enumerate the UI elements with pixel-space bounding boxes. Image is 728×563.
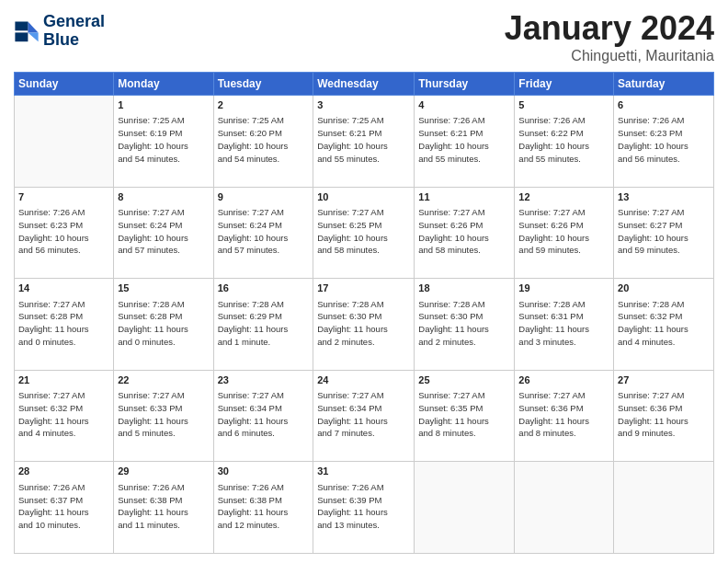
day-info: Sunrise: 7:25 AM Sunset: 6:20 PM Dayligh… xyxy=(218,114,310,165)
day-number: 25 xyxy=(418,373,510,387)
week-row-5: 28Sunrise: 7:26 AM Sunset: 6:37 PM Dayli… xyxy=(15,462,714,554)
day-number: 27 xyxy=(618,373,710,387)
day-info: Sunrise: 7:27 AM Sunset: 6:36 PM Dayligh… xyxy=(618,389,710,440)
day-number: 30 xyxy=(218,465,310,478)
day-number: 10 xyxy=(317,190,410,204)
svg-rect-4 xyxy=(15,32,28,41)
day-info: Sunrise: 7:27 AM Sunset: 6:32 PM Dayligh… xyxy=(18,389,109,440)
week-row-4: 21Sunrise: 7:27 AM Sunset: 6:32 PM Dayli… xyxy=(15,370,714,462)
day-info: Sunrise: 7:27 AM Sunset: 6:33 PM Dayligh… xyxy=(118,389,209,440)
week-row-1: 1Sunrise: 7:25 AM Sunset: 6:19 PM Daylig… xyxy=(15,96,714,188)
day-number: 1 xyxy=(118,98,209,112)
day-number: 16 xyxy=(218,282,310,295)
calendar-cell: 18Sunrise: 7:28 AM Sunset: 6:30 PM Dayli… xyxy=(415,279,515,371)
calendar-cell: 1Sunrise: 7:25 AM Sunset: 6:19 PM Daylig… xyxy=(114,96,213,188)
day-number: 29 xyxy=(118,465,209,478)
weekday-header-tuesday: Tuesday xyxy=(213,73,313,96)
calendar-cell: 27Sunrise: 7:27 AM Sunset: 6:36 PM Dayli… xyxy=(614,370,714,462)
day-number: 6 xyxy=(618,98,710,112)
day-info: Sunrise: 7:28 AM Sunset: 6:30 PM Dayligh… xyxy=(317,298,410,349)
day-number: 5 xyxy=(518,98,609,112)
calendar-cell: 15Sunrise: 7:28 AM Sunset: 6:28 PM Dayli… xyxy=(114,279,213,371)
day-info: Sunrise: 7:26 AM Sunset: 6:22 PM Dayligh… xyxy=(518,114,609,165)
calendar-table: SundayMondayTuesdayWednesdayThursdayFrid… xyxy=(14,72,714,554)
week-row-3: 14Sunrise: 7:27 AM Sunset: 6:28 PM Dayli… xyxy=(15,279,714,371)
day-info: Sunrise: 7:27 AM Sunset: 6:35 PM Dayligh… xyxy=(418,389,510,440)
day-info: Sunrise: 7:27 AM Sunset: 6:26 PM Dayligh… xyxy=(418,206,510,257)
calendar-cell: 23Sunrise: 7:27 AM Sunset: 6:34 PM Dayli… xyxy=(213,370,313,462)
day-info: Sunrise: 7:27 AM Sunset: 6:34 PM Dayligh… xyxy=(218,389,310,440)
day-number: 2 xyxy=(218,98,310,112)
calendar-cell: 31Sunrise: 7:26 AM Sunset: 6:39 PM Dayli… xyxy=(313,462,415,554)
weekday-header-wednesday: Wednesday xyxy=(313,73,415,96)
day-info: Sunrise: 7:26 AM Sunset: 6:38 PM Dayligh… xyxy=(118,481,209,532)
day-info: Sunrise: 7:27 AM Sunset: 6:34 PM Dayligh… xyxy=(317,389,410,440)
day-info: Sunrise: 7:27 AM Sunset: 6:24 PM Dayligh… xyxy=(118,206,209,257)
weekday-header-thursday: Thursday xyxy=(415,73,515,96)
day-info: Sunrise: 7:26 AM Sunset: 6:23 PM Dayligh… xyxy=(618,114,710,165)
calendar-cell: 19Sunrise: 7:28 AM Sunset: 6:31 PM Dayli… xyxy=(515,279,614,371)
day-info: Sunrise: 7:28 AM Sunset: 6:29 PM Dayligh… xyxy=(218,298,310,349)
calendar-cell: 29Sunrise: 7:26 AM Sunset: 6:38 PM Dayli… xyxy=(114,462,213,554)
calendar-cell: 30Sunrise: 7:26 AM Sunset: 6:38 PM Dayli… xyxy=(213,462,313,554)
day-info: Sunrise: 7:25 AM Sunset: 6:19 PM Dayligh… xyxy=(118,114,209,165)
calendar-cell: 21Sunrise: 7:27 AM Sunset: 6:32 PM Dayli… xyxy=(15,370,114,462)
day-number: 3 xyxy=(317,98,410,112)
day-number: 20 xyxy=(618,282,710,295)
logo: General Blue xyxy=(14,13,105,50)
calendar-cell: 17Sunrise: 7:28 AM Sunset: 6:30 PM Dayli… xyxy=(313,279,415,371)
calendar-cell: 22Sunrise: 7:27 AM Sunset: 6:33 PM Dayli… xyxy=(114,370,213,462)
calendar-cell xyxy=(515,462,614,554)
calendar-cell xyxy=(415,462,515,554)
day-info: Sunrise: 7:27 AM Sunset: 6:27 PM Dayligh… xyxy=(618,206,710,257)
calendar-cell: 3Sunrise: 7:25 AM Sunset: 6:21 PM Daylig… xyxy=(313,96,415,188)
page: General Blue January 2024 Chinguetti, Ma… xyxy=(0,0,728,563)
calendar-cell: 13Sunrise: 7:27 AM Sunset: 6:27 PM Dayli… xyxy=(614,187,714,279)
calendar-cell: 28Sunrise: 7:26 AM Sunset: 6:37 PM Dayli… xyxy=(15,462,114,554)
calendar-cell: 11Sunrise: 7:27 AM Sunset: 6:26 PM Dayli… xyxy=(415,187,515,279)
day-number: 11 xyxy=(418,190,510,204)
day-info: Sunrise: 7:26 AM Sunset: 6:39 PM Dayligh… xyxy=(317,481,410,532)
day-number: 7 xyxy=(18,190,109,204)
calendar-cell: 5Sunrise: 7:26 AM Sunset: 6:22 PM Daylig… xyxy=(515,96,614,188)
calendar-cell: 16Sunrise: 7:28 AM Sunset: 6:29 PM Dayli… xyxy=(213,279,313,371)
calendar-cell: 14Sunrise: 7:27 AM Sunset: 6:28 PM Dayli… xyxy=(15,279,114,371)
calendar-cell: 25Sunrise: 7:27 AM Sunset: 6:35 PM Dayli… xyxy=(415,370,515,462)
day-info: Sunrise: 7:26 AM Sunset: 6:23 PM Dayligh… xyxy=(18,206,109,257)
weekday-header-sunday: Sunday xyxy=(15,73,114,96)
day-number: 31 xyxy=(317,465,410,478)
day-info: Sunrise: 7:25 AM Sunset: 6:21 PM Dayligh… xyxy=(317,114,410,165)
day-number: 22 xyxy=(118,373,209,387)
day-info: Sunrise: 7:27 AM Sunset: 6:36 PM Dayligh… xyxy=(518,389,609,440)
weekday-header-monday: Monday xyxy=(114,73,213,96)
title-block: January 2024 Chinguetti, Mauritania xyxy=(505,9,714,64)
calendar-cell: 6Sunrise: 7:26 AM Sunset: 6:23 PM Daylig… xyxy=(614,96,714,188)
logo-icon xyxy=(14,18,40,44)
calendar-cell: 2Sunrise: 7:25 AM Sunset: 6:20 PM Daylig… xyxy=(213,96,313,188)
day-info: Sunrise: 7:26 AM Sunset: 6:37 PM Dayligh… xyxy=(18,481,109,532)
day-number: 23 xyxy=(218,373,310,387)
day-number: 12 xyxy=(518,190,609,204)
day-info: Sunrise: 7:28 AM Sunset: 6:30 PM Dayligh… xyxy=(418,298,510,349)
day-info: Sunrise: 7:27 AM Sunset: 6:28 PM Dayligh… xyxy=(18,298,109,349)
calendar-cell: 10Sunrise: 7:27 AM Sunset: 6:25 PM Dayli… xyxy=(313,187,415,279)
day-info: Sunrise: 7:27 AM Sunset: 6:25 PM Dayligh… xyxy=(317,206,410,257)
day-info: Sunrise: 7:28 AM Sunset: 6:31 PM Dayligh… xyxy=(518,298,609,349)
day-number: 15 xyxy=(118,282,209,295)
calendar-cell: 9Sunrise: 7:27 AM Sunset: 6:24 PM Daylig… xyxy=(213,187,313,279)
day-number: 13 xyxy=(618,190,710,204)
day-info: Sunrise: 7:28 AM Sunset: 6:28 PM Dayligh… xyxy=(118,298,209,349)
day-number: 4 xyxy=(418,98,510,112)
weekday-header-friday: Friday xyxy=(515,73,614,96)
logo-text: General Blue xyxy=(43,13,105,50)
calendar-cell: 20Sunrise: 7:28 AM Sunset: 6:32 PM Dayli… xyxy=(614,279,714,371)
calendar-cell: 26Sunrise: 7:27 AM Sunset: 6:36 PM Dayli… xyxy=(515,370,614,462)
day-info: Sunrise: 7:26 AM Sunset: 6:21 PM Dayligh… xyxy=(418,114,510,165)
calendar-cell xyxy=(614,462,714,554)
day-info: Sunrise: 7:27 AM Sunset: 6:26 PM Dayligh… xyxy=(518,206,609,257)
calendar-subtitle: Chinguetti, Mauritania xyxy=(505,48,714,64)
day-number: 8 xyxy=(118,190,209,204)
day-info: Sunrise: 7:28 AM Sunset: 6:32 PM Dayligh… xyxy=(618,298,710,349)
calendar-cell: 4Sunrise: 7:26 AM Sunset: 6:21 PM Daylig… xyxy=(415,96,515,188)
day-number: 17 xyxy=(317,282,410,295)
